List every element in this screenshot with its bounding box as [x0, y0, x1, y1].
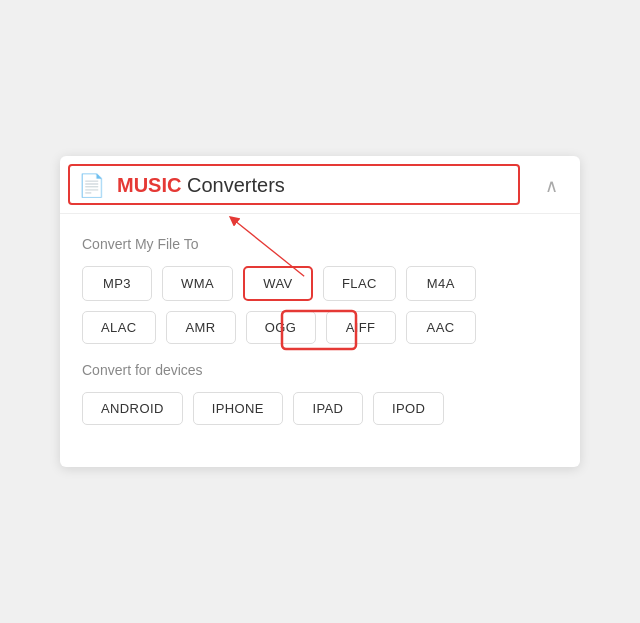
format-btn-mp3[interactable]: MP3 — [82, 266, 152, 301]
devices-section: Convert for devices ANDROIDIPHONEIPADIPO… — [82, 362, 558, 425]
format-btn-ogg[interactable]: OGG — [246, 311, 316, 344]
card-header: 📄 MUSIC Converters ∧ — [60, 156, 580, 214]
device-btn-ipad[interactable]: IPAD — [293, 392, 363, 425]
collapse-button[interactable]: ∧ — [545, 175, 558, 197]
format-grid: MP3WMAWAVFLACM4AALACAMROGGAIFFAAC — [82, 266, 558, 344]
header-title: MUSIC Converters — [117, 174, 285, 197]
header-left: 📄 MUSIC Converters — [78, 174, 285, 197]
devices-grid: ANDROIDIPHONEIPADIPOD — [82, 392, 558, 425]
format-btn-amr[interactable]: AMR — [166, 311, 236, 344]
format-btn-aiff[interactable]: AIFF — [326, 311, 396, 344]
converters-text: Converters — [181, 174, 284, 196]
format-btn-flac[interactable]: FLAC — [323, 266, 396, 301]
format-btn-alac[interactable]: ALAC — [82, 311, 156, 344]
format-btn-wma[interactable]: WMA — [162, 266, 233, 301]
format-btn-wav[interactable]: WAV — [243, 266, 313, 301]
format-btn-m4a[interactable]: M4A — [406, 266, 476, 301]
convert-to-label: Convert My File To — [82, 236, 558, 252]
card-body: Convert My File To MP3WMAWAVFLACM4AALACA… — [60, 214, 580, 467]
device-btn-ipod[interactable]: IPOD — [373, 392, 444, 425]
file-icon: 📄 — [78, 175, 105, 197]
device-btn-android[interactable]: ANDROID — [82, 392, 183, 425]
devices-label: Convert for devices — [82, 362, 558, 378]
music-text: MUSIC — [117, 174, 181, 196]
format-btn-aac[interactable]: AAC — [406, 311, 476, 344]
music-converter-card: 📄 MUSIC Converters ∧ Convert My File To … — [60, 156, 580, 467]
device-btn-iphone[interactable]: IPHONE — [193, 392, 283, 425]
